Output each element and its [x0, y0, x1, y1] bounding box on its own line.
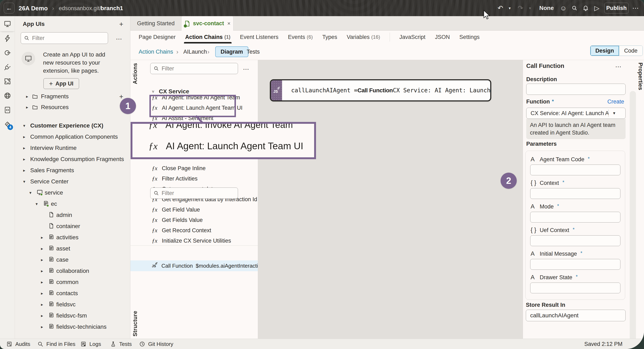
tree-item-customer-experience-cx-[interactable]: ▾Customer Experience (CX): [15, 120, 130, 131]
rail-connections-icon[interactable]: [0, 46, 15, 60]
tab-svc-contact[interactable]: svc-contact ×: [181, 16, 234, 31]
tab-getting-started[interactable]: Getting Started: [130, 16, 181, 31]
statusbar-tests[interactable]: Tests: [110, 339, 132, 349]
tree-item-common-application-components[interactable]: ▸Common Application Components: [15, 131, 130, 142]
chevron-right-icon[interactable]: ▸: [41, 291, 48, 296]
design-toggle-button[interactable]: Design: [590, 46, 619, 56]
subtab-json[interactable]: JSON: [435, 31, 450, 44]
rail-app-uis-icon[interactable]: [0, 16, 15, 32]
tab-structure-vertical[interactable]: Structure: [132, 311, 138, 336]
chevron-right-icon[interactable]: ▸: [41, 280, 48, 284]
subtab-javascript[interactable]: JavaScript: [400, 31, 426, 44]
action-item-get-record-context[interactable]: ƒxGet Record Context: [130, 225, 258, 236]
redo-menu-button[interactable]: ▾: [527, 0, 533, 16]
tab-tests[interactable]: Tests: [247, 44, 260, 60]
param-input[interactable]: [530, 282, 620, 293]
chevron-right-icon[interactable]: ▸: [41, 324, 48, 329]
feedback-button[interactable]: ☺: [559, 0, 568, 16]
chevron-right-icon[interactable]: ▸: [41, 302, 48, 307]
add-app-ui-button[interactable]: +: [117, 20, 126, 28]
chevron-right-icon[interactable]: ▸: [23, 134, 30, 139]
rail-components-icon[interactable]: [0, 74, 15, 88]
branch-name[interactable]: branch1: [100, 5, 123, 12]
statusbar-find-in-files[interactable]: Find in Files: [37, 339, 75, 349]
actions-menu-button[interactable]: ⋯: [243, 66, 250, 73]
action-item-filter-activities[interactable]: ƒxFilter Activities: [130, 174, 258, 184]
rail-actions-icon[interactable]: [0, 32, 15, 46]
tree-item-container[interactable]: container: [15, 221, 130, 232]
repo-name[interactable]: edsonsanbox.git/: [59, 5, 101, 12]
tab-properties-vertical[interactable]: Properties: [637, 62, 644, 90]
tree-item-fieldsvc-fsm[interactable]: ▸fieldsvc-fsm: [15, 310, 130, 321]
call-function-node[interactable]: JS callLaunchAIAgent = Call Function CX …: [270, 79, 491, 102]
rail-service-connections-icon[interactable]: [0, 60, 15, 74]
tree-item-contacts[interactable]: ▸contacts: [15, 288, 130, 299]
param-input[interactable]: [530, 188, 620, 199]
back-button[interactable]: ←: [4, 3, 14, 14]
chevron-right-icon[interactable]: ▸: [41, 268, 48, 274]
subtab-settings[interactable]: Settings: [460, 31, 480, 44]
tree-item-activities[interactable]: ▸activities: [15, 232, 130, 243]
action-item-initialize-cx-service-utilities[interactable]: ƒxInitialize CX Service Utilities: [130, 236, 258, 245]
param-input[interactable]: [530, 164, 620, 175]
chevron-down-icon[interactable]: ▾: [30, 190, 36, 195]
function-select[interactable]: CX Service: AI Agent: Launch Agent Te ▼: [526, 108, 626, 119]
sidebar-item-fragments[interactable]: ▸ Fragments +: [15, 92, 130, 102]
chevron-down-icon[interactable]: ▾: [36, 202, 43, 206]
subtab-page-designer[interactable]: Page Designer: [139, 31, 176, 44]
tree-item-fieldsvc-technicians[interactable]: ▸fieldsvc-technicians: [15, 321, 130, 332]
actions-filter-input[interactable]: Filter: [150, 63, 238, 74]
undo-button[interactable]: ↶: [496, 0, 505, 16]
chevron-right-icon[interactable]: ▸: [41, 246, 48, 251]
tree-item-interview-runtime[interactable]: ▸Interview Runtime: [15, 142, 130, 154]
param-input[interactable]: [530, 235, 620, 246]
chevron-right-icon[interactable]: ▸: [23, 157, 30, 162]
chevron-down-icon[interactable]: ▾: [23, 123, 30, 128]
tree-item-service-center[interactable]: ▾Service Center: [15, 176, 130, 187]
panel-menu-button[interactable]: ⋯: [116, 35, 122, 42]
close-icon[interactable]: ×: [227, 20, 230, 27]
action-item-get-fields-value[interactable]: ƒxGet Fields Value: [130, 215, 258, 225]
properties-scrollbar[interactable]: [630, 91, 636, 339]
action-item-close-page-inline[interactable]: ƒxClose Page Inline: [130, 163, 258, 174]
tree-item-common[interactable]: ▸common: [15, 276, 130, 288]
overflow-menu-button[interactable]: ⋯: [630, 0, 641, 16]
structure-selected-action-row[interactable]: JS Call Function $modules.aiAgentInterac…: [130, 260, 258, 271]
rail-translations-icon[interactable]: [0, 88, 15, 103]
chevron-down-icon[interactable]: ▾: [23, 179, 30, 184]
store-result-input[interactable]: callLaunchAIAgent: [526, 310, 626, 321]
publish-button[interactable]: Publish: [604, 3, 629, 14]
tree-item-service[interactable]: ▾service: [15, 187, 130, 198]
tree-item-knowledge-consumption-fragments[interactable]: ▸Knowledge Consumption Fragments: [15, 154, 130, 165]
chevron-right-icon[interactable]: ▸: [41, 257, 48, 262]
redo-button[interactable]: ↷: [516, 0, 525, 16]
action-item-get-field-value[interactable]: ƒxGet Field Value: [130, 204, 258, 215]
tree-item-collaboration[interactable]: ▸collaboration: [15, 265, 130, 276]
tree-item-case[interactable]: ▸case: [15, 254, 130, 265]
chevron-right-icon[interactable]: ▸: [41, 313, 48, 318]
sidebar-item-resources[interactable]: ▸ Resources: [15, 102, 130, 112]
tree-item-fieldsvc[interactable]: ▸fieldsvc: [15, 299, 130, 310]
subtab-types[interactable]: Types: [322, 31, 337, 44]
code-toggle-button[interactable]: Code: [619, 46, 642, 56]
tree-item-asset[interactable]: ▸asset: [15, 243, 130, 254]
tree-item-ec[interactable]: ▾ec: [15, 198, 130, 210]
description-input[interactable]: [526, 84, 626, 95]
breadcrumb-action-chains[interactable]: Action Chains: [139, 44, 173, 60]
preview-button[interactable]: ▷: [592, 0, 601, 16]
undo-menu-button[interactable]: ▾: [506, 0, 513, 16]
rail-source-icon[interactable]: [0, 103, 15, 117]
notifications-button[interactable]: [581, 0, 590, 16]
param-input[interactable]: [530, 212, 620, 222]
create-app-ui-button[interactable]: + App UI: [44, 78, 79, 89]
diagram-canvas[interactable]: JS callLaunchAIAgent = Call Function CX …: [258, 60, 523, 339]
subtab-events[interactable]: Events(6): [288, 31, 313, 44]
structure-filter-input[interactable]: Filter: [150, 188, 238, 199]
search-button[interactable]: [570, 0, 579, 16]
app-uis-filter-input[interactable]: Filter: [21, 32, 108, 44]
tab-actions-vertical[interactable]: Actions: [132, 63, 138, 84]
properties-menu-button[interactable]: ⋯: [615, 63, 622, 70]
history-selector[interactable]: None: [537, 0, 556, 16]
create-function-link[interactable]: Create: [607, 98, 624, 105]
subtab-variables[interactable]: Variables(16): [347, 31, 380, 44]
